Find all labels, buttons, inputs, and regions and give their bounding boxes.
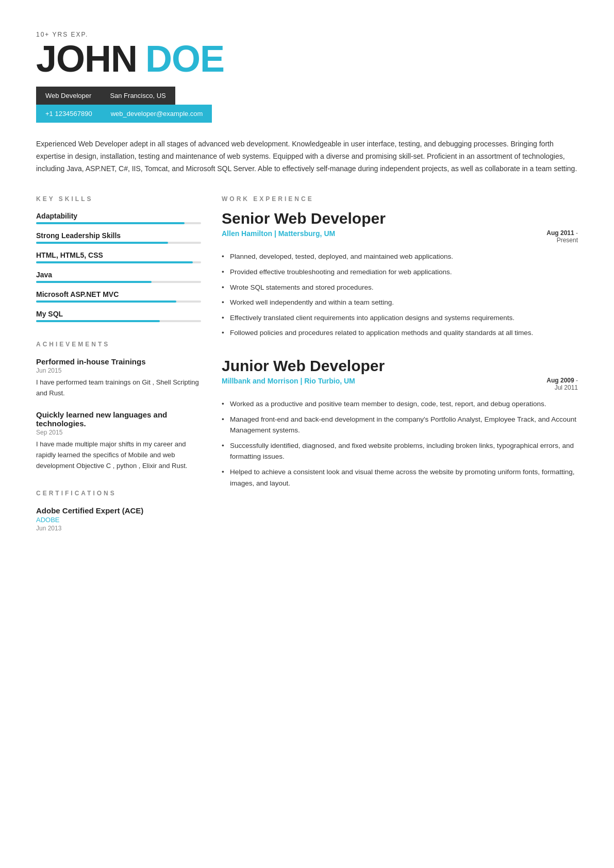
skill-bar-bg	[36, 222, 201, 224]
job-meta: Allen Hamilton | Mattersburg, UM Aug 201…	[222, 229, 578, 244]
job-title: Junior Web Developer	[222, 357, 578, 375]
skill-bar-fill	[36, 242, 168, 244]
achievements-list: Performed in-house Trainings Jun 2015 I …	[36, 357, 201, 471]
achievement-desc: I have made multiple major shifts in my …	[36, 439, 201, 471]
job-block: Junior Web Developer Millbank and Morris…	[222, 357, 578, 489]
cert-title: Adobe Certified Expert (ACE)	[36, 506, 201, 515]
job-bullet: Worked as a productive and positive team…	[222, 398, 578, 410]
certification-item: Adobe Certified Expert (ACE) ADOBE Jun 2…	[36, 506, 201, 532]
job-bullets-list: Worked as a productive and positive team…	[222, 398, 578, 489]
key-skills-title: KEY SKILLS	[36, 195, 201, 203]
achievement-date: Jun 2015	[36, 367, 201, 374]
skill-bar-bg	[36, 242, 201, 244]
skill-name: Adaptability	[36, 212, 201, 220]
skill-bar-fill	[36, 320, 160, 322]
cert-issuer: ADOBE	[36, 516, 201, 524]
skill-item: Microsoft ASP.NET MVC	[36, 290, 201, 303]
skill-bar-fill	[36, 261, 193, 263]
key-skills-section: KEY SKILLS Adaptability Strong Leadershi…	[36, 195, 201, 322]
first-name: JOHN	[36, 40, 137, 77]
achievement-item: Performed in-house Trainings Jun 2015 I …	[36, 357, 201, 399]
job-title: Senior Web Developer	[222, 210, 578, 227]
skill-item: My SQL	[36, 310, 201, 322]
right-column: WORK EXPERIENCE Senior Web Developer All…	[222, 195, 578, 532]
certifications-title: CERTIFICATIONS	[36, 490, 201, 497]
job-bullet: Wrote SQL statements and stored procedur…	[222, 282, 578, 293]
skill-bar-bg	[36, 301, 201, 303]
job-bullets-list: Planned, developed, tested, deployed, an…	[222, 251, 578, 339]
job-bullet: Helped to achieve a consistent look and …	[222, 466, 578, 489]
contact-bar: Web Developer San Francisco, US +1 12345…	[36, 87, 578, 123]
location-contact: San Francisco, US	[101, 90, 175, 102]
job-bullet: Effectively translated client requiremen…	[222, 312, 578, 324]
jobs-list: Senior Web Developer Allen Hamilton | Ma…	[222, 210, 578, 489]
achievement-desc: I have performed team trainings on Git ,…	[36, 377, 201, 399]
achievement-date: Sep 2015	[36, 429, 201, 436]
skill-bar-bg	[36, 281, 201, 283]
skill-item: Java	[36, 271, 201, 283]
skills-list: Adaptability Strong Leadership Skills HT…	[36, 212, 201, 322]
exp-label: 10+ YRS EXP.	[36, 31, 578, 38]
job-meta: Millbank and Morrison | Rio Turbio, UM A…	[222, 377, 578, 391]
achievement-title: Performed in-house Trainings	[36, 357, 201, 366]
job-date-start: Aug 2009	[546, 377, 574, 384]
skill-bar-fill	[36, 222, 185, 224]
last-name: DOE	[145, 40, 224, 77]
skill-name: Java	[36, 271, 201, 279]
job-bullet: Followed policies and procedures related…	[222, 327, 578, 339]
job-block: Senior Web Developer Allen Hamilton | Ma…	[222, 210, 578, 339]
skill-item: HTML, HTML5, CSS	[36, 251, 201, 263]
achievements-title: ACHIEVEMENTS	[36, 341, 201, 348]
skill-bar-bg	[36, 320, 201, 322]
skill-name: Strong Leadership Skills	[36, 231, 201, 240]
job-company: Allen Hamilton | Mattersburg, UM	[222, 229, 335, 238]
achievement-title: Quickly learned new languages and techno…	[36, 410, 201, 428]
skill-name: Microsoft ASP.NET MVC	[36, 290, 201, 298]
email-contact: web_developer@example.com	[102, 108, 212, 120]
certifications-list: Adobe Certified Expert (ACE) ADOBE Jun 2…	[36, 506, 201, 532]
job-bullet: Worked well independently and within a t…	[222, 297, 578, 308]
work-experience-title: WORK EXPERIENCE	[222, 195, 578, 203]
job-date-start: Aug 2011	[546, 229, 574, 237]
summary-text: Experienced Web Developer adept in all s…	[36, 138, 577, 175]
skill-bar-fill	[36, 281, 152, 283]
job-bullet: Managed front-end and back-end developme…	[222, 414, 578, 436]
job-bullet: Successfully identified, diagnosed, and …	[222, 440, 578, 462]
achievement-item: Quickly learned new languages and techno…	[36, 410, 201, 471]
achievements-section: ACHIEVEMENTS Performed in-house Training…	[36, 341, 201, 471]
skill-item: Strong Leadership Skills	[36, 231, 201, 244]
phone-contact: +1 1234567890	[36, 108, 102, 120]
job-bullet: Planned, developed, tested, deployed, an…	[222, 251, 578, 262]
job-company: Millbank and Morrison | Rio Turbio, UM	[222, 377, 355, 385]
skill-name: My SQL	[36, 310, 201, 318]
left-column: KEY SKILLS Adaptability Strong Leadershi…	[36, 195, 201, 532]
skill-name: HTML, HTML5, CSS	[36, 251, 201, 259]
job-bullet: Provided effective troubleshooting and r…	[222, 266, 578, 278]
job-title-contact: Web Developer	[36, 90, 101, 102]
skill-bar-fill	[36, 301, 176, 303]
cert-date: Jun 2013	[36, 525, 201, 532]
skill-bar-bg	[36, 261, 201, 263]
skill-item: Adaptability	[36, 212, 201, 224]
job-dates: Aug 2009 - Jul 2011	[546, 377, 578, 391]
job-dates: Aug 2011 - Present	[546, 229, 578, 244]
certifications-section: CERTIFICATIONS Adobe Certified Expert (A…	[36, 490, 201, 532]
